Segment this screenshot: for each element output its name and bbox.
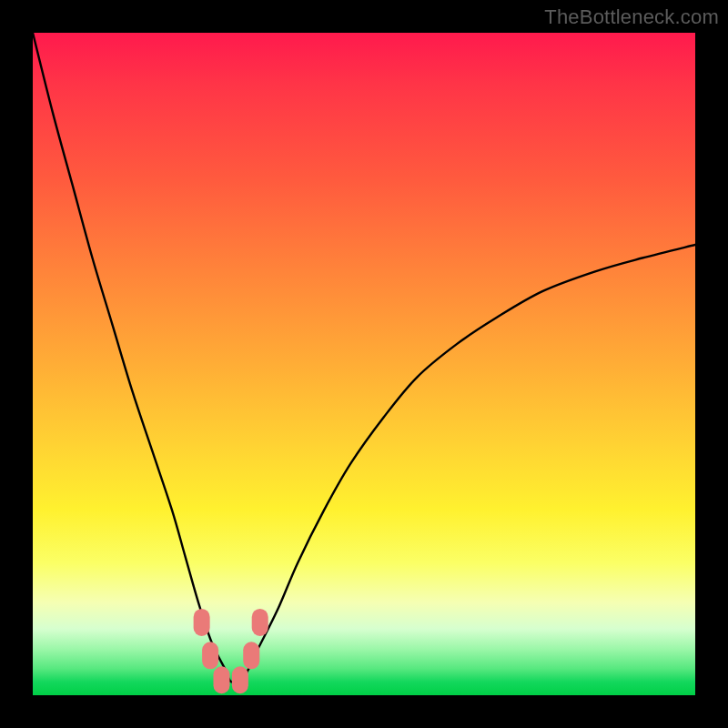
marker-left-lower [202,642,218,669]
marker-bottom-left [213,666,229,693]
marker-left-upper [194,609,210,636]
curve-svg [33,33,695,695]
marker-right-upper [252,609,268,636]
marker-right-lower [243,642,259,669]
watermark-text: TheBottleneck.com [544,5,719,29]
plot-area [33,33,695,695]
chart-frame: TheBottleneck.com [0,0,728,728]
bottleneck-curve [33,33,695,682]
marker-bottom-right [232,666,248,693]
